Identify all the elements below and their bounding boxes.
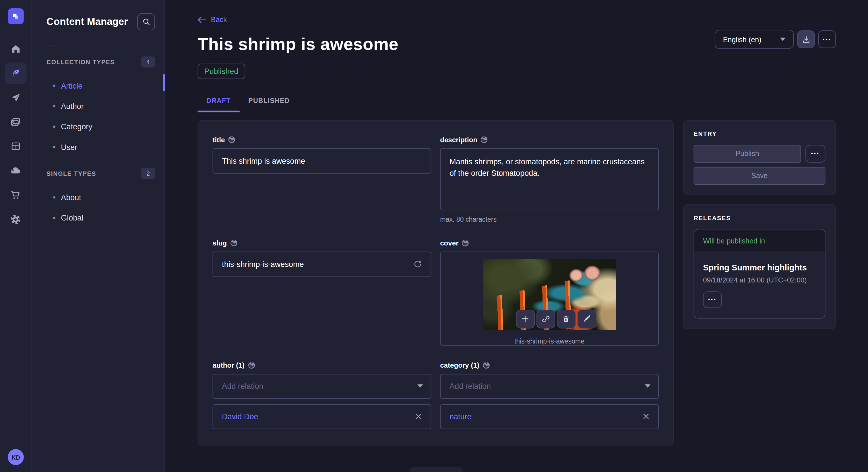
regenerate-slug-button[interactable] <box>411 257 425 271</box>
refresh-icon <box>413 259 423 269</box>
entry-more-button[interactable]: ••• <box>805 144 825 162</box>
entry-sidebar: ENTRY Publish ••• Save RELEASES Will be … <box>683 120 836 329</box>
nav-content-manager-button[interactable] <box>5 63 26 84</box>
release-name: Spring Summer highlights <box>703 262 816 272</box>
bullet-icon <box>53 84 55 87</box>
field-label-slug: slug <box>213 239 227 247</box>
edit-view: Back This shrimp is awesome Published DR… <box>165 0 868 472</box>
field-label-category: category (1) <box>440 361 479 369</box>
edit-asset-button[interactable] <box>577 309 596 328</box>
section-label: COLLECTION TYPES <box>46 59 115 65</box>
author-relation-link[interactable]: David Doe <box>222 412 258 421</box>
collection-types-count-badge: 4 <box>141 57 155 68</box>
sidebar-item-user[interactable]: User <box>32 136 164 157</box>
category-relation-select[interactable]: Add relation <box>440 374 659 399</box>
globe-icon <box>228 136 236 143</box>
cover-caption: this-shrimp-is-awesome <box>515 337 584 345</box>
release-status: Will be published in <box>703 236 765 245</box>
bullet-icon <box>53 216 55 219</box>
strapi-admin: KD Content Manager COLLECTION TYPES 4 <box>0 0 868 472</box>
sidebar-item-global[interactable]: Global <box>32 207 164 228</box>
description-hint: max. 80 characters <box>440 215 659 223</box>
content-manager-sidebar: Content Manager COLLECTION TYPES 4 Artic… <box>32 0 165 472</box>
more-icon: ••• <box>823 37 831 42</box>
author-relation-select[interactable]: Add relation <box>213 374 431 399</box>
remove-author-button[interactable] <box>413 411 424 422</box>
category-relation-link[interactable]: nature <box>450 412 472 421</box>
more-icon: ••• <box>708 297 717 302</box>
cloud-icon <box>10 165 21 176</box>
nav-settings-button[interactable] <box>5 208 26 230</box>
paper-plane-icon <box>10 92 21 103</box>
publish-button[interactable]: Publish <box>693 144 801 162</box>
cover-image-toolbar <box>516 309 596 328</box>
sidebar-item-author[interactable]: Author <box>32 96 164 116</box>
release-date: 09/18/2024 at 16:00 (UTC+02:00) <box>703 276 816 284</box>
nav-cloud-button[interactable] <box>5 160 26 181</box>
more-actions-button[interactable]: ••• <box>818 30 836 48</box>
sidebar-item-category[interactable]: Category <box>32 116 164 136</box>
globe-icon <box>248 362 255 369</box>
draft-published-tabs: DRAFT PUBLISHED <box>197 91 836 112</box>
main-nav-rail: KD <box>0 0 32 472</box>
collection-types-section: COLLECTION TYPES 4 Article Author Catego… <box>32 55 164 157</box>
release-card: Will be published in Spring Summer highl… <box>693 229 825 318</box>
chevron-down-icon <box>645 384 650 388</box>
strapi-logo[interactable] <box>7 8 24 24</box>
add-asset-button[interactable] <box>516 309 535 328</box>
entry-panel-heading: ENTRY <box>693 130 825 137</box>
release-card-body: Spring Summer highlights 09/18/2024 at 1… <box>694 252 825 317</box>
title-input[interactable] <box>213 148 431 173</box>
rail-icon-list <box>5 38 26 230</box>
sidebar-item-about[interactable]: About <box>32 187 164 207</box>
chevron-down-icon <box>780 38 785 41</box>
field-label-description: description <box>440 136 477 143</box>
export-button[interactable] <box>797 30 815 48</box>
bullet-icon <box>53 105 55 107</box>
nav-home-button[interactable] <box>5 38 26 60</box>
bullet-icon <box>53 196 55 198</box>
trash-icon <box>562 314 570 323</box>
locale-select[interactable]: English (en) <box>715 30 794 49</box>
layout-icon <box>10 141 21 152</box>
media-library-icon <box>10 116 21 128</box>
author-relation-item: David Doe <box>213 404 431 429</box>
close-icon <box>643 413 649 420</box>
gear-icon <box>10 214 21 225</box>
slug-input[interactable] <box>213 251 431 277</box>
download-icon <box>802 35 810 43</box>
user-avatar[interactable]: KD <box>8 449 24 465</box>
tab-published[interactable]: PUBLISHED <box>239 91 299 112</box>
releases-panel: RELEASES Will be published in Spring Sum… <box>683 204 836 329</box>
feather-pen-icon <box>10 68 21 78</box>
remove-category-button[interactable] <box>640 411 652 422</box>
more-icon: ••• <box>811 151 820 156</box>
search-button[interactable] <box>137 13 155 30</box>
plus-icon <box>521 314 529 323</box>
globe-icon <box>481 136 488 143</box>
nav-content-type-builder-button[interactable] <box>5 135 26 157</box>
copy-link-button[interactable] <box>536 309 555 328</box>
tab-draft[interactable]: DRAFT <box>197 91 239 112</box>
strapi-logo-icon <box>11 11 20 21</box>
cover-field: this-shrimp-is-awesome <box>440 251 659 345</box>
delete-asset-button[interactable] <box>557 309 576 328</box>
globe-icon <box>230 239 237 247</box>
release-more-button[interactable]: ••• <box>703 291 722 308</box>
nav-media-library-button[interactable] <box>5 111 26 133</box>
scroll-peek-element <box>410 467 463 472</box>
link-icon <box>541 314 550 323</box>
save-button[interactable]: Save <box>693 167 825 184</box>
single-types-count-badge: 2 <box>141 168 155 179</box>
home-icon <box>10 43 21 54</box>
section-label: SINGLE TYPES <box>46 170 96 177</box>
description-textarea[interactable]: Mantis shrimps, or stomatopods, are mari… <box>440 148 659 210</box>
back-link[interactable]: Back <box>197 15 227 24</box>
pencil-icon <box>582 314 591 323</box>
releases-panel-heading: RELEASES <box>693 214 825 221</box>
release-card-header: Will be published in <box>694 229 825 252</box>
nav-marketplace-button[interactable] <box>5 184 26 206</box>
sidebar-item-article[interactable]: Article <box>32 75 164 96</box>
close-icon <box>415 413 422 420</box>
nav-releases-button[interactable] <box>5 87 26 108</box>
